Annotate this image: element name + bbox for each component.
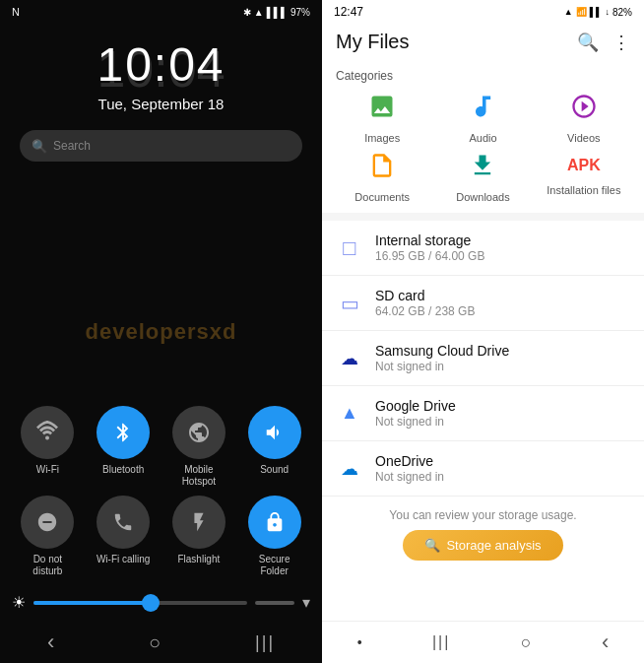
right-nav-dot: • <box>357 634 362 650</box>
left-nav-bar: ‹ ○ ||| <box>0 620 322 663</box>
onedrive-size: Not signed in <box>375 470 630 484</box>
more-header-icon[interactable]: ⋮ <box>612 32 630 53</box>
brightness-track[interactable] <box>33 601 247 605</box>
home-nav-icon[interactable]: ○ <box>149 631 161 654</box>
categories-label: Categories <box>322 61 644 89</box>
right-battery: 82% <box>612 7 632 18</box>
right-recents-icon[interactable]: ||| <box>432 633 450 651</box>
right-download-icon: ↓ <box>605 7 610 17</box>
cat-images[interactable]: Images <box>336 93 428 144</box>
wifi-calling-qs-label: Wi-Fi calling <box>97 554 150 565</box>
dnd-qs-icon <box>21 496 74 549</box>
google-drive-info: Google Drive Not signed in <box>375 398 630 429</box>
storage-onedrive[interactable]: ☁ OneDrive Not signed in <box>322 441 644 497</box>
storage-sdcard[interactable]: ▭ SD card 64.02 GB / 238 GB <box>322 276 644 331</box>
apk-cat-icon: APK <box>567 152 601 179</box>
internal-storage-size: 16.95 GB / 64.00 GB <box>375 249 630 263</box>
audio-cat-label: Audio <box>469 132 496 144</box>
audio-cat-icon <box>469 93 496 127</box>
internal-storage-icon: □ <box>336 235 363 261</box>
cat-documents[interactable]: Documents <box>336 152 428 203</box>
left-status-icons: ✱ ▲ ▌▌▌ 97% <box>243 7 310 18</box>
sdcard-name: SD card <box>375 288 630 303</box>
documents-cat-label: Documents <box>354 191 410 203</box>
brightness-bar[interactable]: ☀ ▾ <box>0 585 322 620</box>
right-notification-icon: ▲ <box>564 7 573 17</box>
google-drive-icon: ▲ <box>336 403 363 424</box>
right-status-bar: 12:47 ▲ 📶 ▌▌ ↓ 82% <box>322 0 644 21</box>
left-status-bar: N ✱ ▲ ▌▌▌ 97% <box>0 0 322 20</box>
analysis-btn-icon: 🔍 <box>424 538 440 553</box>
cat-apk[interactable]: APK Installation files <box>538 152 630 203</box>
back-nav-icon[interactable]: ‹ <box>47 630 54 655</box>
onedrive-icon: ☁ <box>336 458 363 480</box>
qs-row-1: Wi-Fi Bluetooth MobileHotspot <box>10 406 312 488</box>
right-time: 12:47 <box>334 5 363 19</box>
wifi-status-icon: ▲ <box>254 7 264 18</box>
wifi-qs-icon <box>21 406 74 459</box>
storage-analysis-text: You can review your storage usage. <box>322 508 644 522</box>
search-header-icon[interactable]: 🔍 <box>577 32 599 53</box>
storage-analysis-button[interactable]: 🔍 Storage analysis <box>403 530 562 561</box>
storage-analysis-section: You can review your storage usage. 🔍 Sto… <box>322 497 644 568</box>
qs-sound[interactable]: Sound <box>241 406 308 488</box>
qs-dnd[interactable]: Do notdisturb <box>14 496 81 577</box>
clock-time: 10:04 <box>0 37 322 92</box>
right-back-icon[interactable]: ‹ <box>602 630 609 655</box>
right-header: My Files 🔍 ⋮ <box>322 21 644 61</box>
right-panel: 12:47 ▲ 📶 ▌▌ ↓ 82% My Files 🔍 ⋮ Categori… <box>322 0 644 663</box>
documents-cat-icon <box>368 152 396 186</box>
recents-nav-icon[interactable]: ||| <box>255 632 275 653</box>
right-status-icons: ▲ 📶 ▌▌ ↓ 82% <box>564 7 632 18</box>
bluetooth-status-icon: ✱ <box>243 7 251 18</box>
samsung-cloud-icon: ☁ <box>336 348 363 369</box>
wifi-qs-label: Wi-Fi <box>36 464 59 476</box>
cat-audio[interactable]: Audio <box>436 93 529 144</box>
analysis-btn-label: Storage analysis <box>446 538 541 553</box>
bluetooth-qs-label: Bluetooth <box>102 464 144 476</box>
right-home-icon[interactable]: ○ <box>521 632 532 653</box>
flashlight-qs-icon <box>172 496 225 549</box>
qs-bluetooth[interactable]: Bluetooth <box>90 406 157 488</box>
right-header-actions: 🔍 ⋮ <box>577 32 630 53</box>
samsung-cloud-size: Not signed in <box>375 360 630 373</box>
sound-qs-label: Sound <box>260 464 289 476</box>
internal-storage-info: Internal storage 16.95 GB / 64.00 GB <box>375 232 630 263</box>
right-signal-icon: ▌▌ <box>590 7 603 17</box>
bluetooth-qs-icon <box>97 406 150 459</box>
brightness-expand-icon[interactable]: ▾ <box>302 593 310 612</box>
right-wifi-icon: 📶 <box>576 7 587 17</box>
onedrive-name: OneDrive <box>375 453 630 469</box>
brightness-end <box>255 601 294 605</box>
brightness-thumb[interactable] <box>142 594 160 612</box>
brightness-icon: ☀ <box>12 593 26 612</box>
downloads-cat-label: Downloads <box>456 191 509 203</box>
left-search-bar[interactable]: 🔍 Search <box>20 130 302 162</box>
internal-storage-name: Internal storage <box>375 232 630 248</box>
hotspot-qs-label: MobileHotspot <box>182 464 216 488</box>
cat-videos[interactable]: Videos <box>538 93 630 144</box>
storage-samsung-cloud[interactable]: ☁ Samsung Cloud Drive Not signed in <box>322 331 644 386</box>
samsung-cloud-name: Samsung Cloud Drive <box>375 343 630 359</box>
downloads-cat-icon <box>469 152 496 186</box>
videos-cat-label: Videos <box>567 132 600 144</box>
qs-hotspot[interactable]: MobileHotspot <box>165 406 232 488</box>
right-header-title: My Files <box>336 31 409 53</box>
images-cat-label: Images <box>364 132 400 144</box>
qs-wifi-calling[interactable]: Wi-Fi calling <box>90 496 157 577</box>
qs-wifi[interactable]: Wi-Fi <box>14 406 81 488</box>
videos-cat-icon <box>570 93 598 127</box>
images-cat-icon <box>368 93 396 127</box>
storage-google-drive[interactable]: ▲ Google Drive Not signed in <box>322 386 644 441</box>
quick-settings: Wi-Fi Bluetooth MobileHotspot <box>0 396 322 585</box>
categories-section: Categories Images Audio Videos <box>322 61 644 213</box>
samsung-cloud-info: Samsung Cloud Drive Not signed in <box>375 343 630 373</box>
cat-downloads[interactable]: Downloads <box>436 152 529 203</box>
qs-flashlight[interactable]: Flashlight <box>165 496 232 577</box>
qs-secure-folder[interactable]: SecureFolder <box>241 496 308 577</box>
battery-left: 97% <box>290 7 310 18</box>
onedrive-info: OneDrive Not signed in <box>375 453 630 484</box>
sound-qs-icon <box>248 406 301 459</box>
clock-date: Tue, September 18 <box>0 96 322 112</box>
storage-internal[interactable]: □ Internal storage 16.95 GB / 64.00 GB <box>322 221 644 276</box>
